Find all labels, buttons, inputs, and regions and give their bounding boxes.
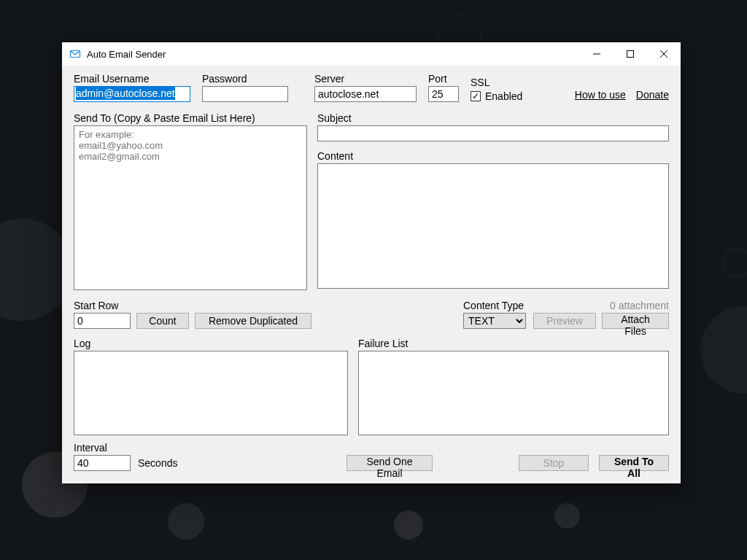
background-circle	[554, 503, 580, 529]
preview-button[interactable]: Preview	[533, 313, 596, 329]
how-to-use-link[interactable]: How to use	[575, 89, 626, 101]
count-button[interactable]: Count	[136, 313, 189, 329]
content-type-label: Content Type	[463, 300, 526, 311]
log-label: Log	[74, 338, 348, 349]
remove-duplicated-button[interactable]: Remove Duplicated	[195, 313, 311, 329]
failure-list-label: Failure List	[358, 338, 669, 349]
content-textarea[interactable]	[317, 163, 669, 289]
background-circle	[700, 306, 747, 394]
password-label: Password	[202, 73, 288, 85]
attach-files-button[interactable]: Attach Files	[602, 313, 669, 329]
content-label: Content	[317, 150, 669, 162]
attachment-count: 0 attachment	[533, 300, 669, 311]
donate-link[interactable]: Donate	[636, 89, 669, 101]
stop-button[interactable]: Stop	[519, 455, 589, 471]
username-input[interactable]: admin@autoclose.net	[76, 87, 175, 100]
subject-input[interactable]	[317, 125, 669, 141]
send-to-label: Send To (Copy & Paste Email List Here)	[74, 112, 307, 124]
app-window: Auto Email Sender Email Username admin@a…	[62, 42, 681, 483]
ssl-checkbox[interactable]: ✓ Enabled	[471, 90, 522, 102]
failure-list-textarea[interactable]	[358, 351, 669, 435]
server-label: Server	[314, 73, 417, 85]
server-input[interactable]	[314, 86, 417, 102]
port-input[interactable]	[428, 86, 459, 102]
send-to-all-button[interactable]: Send To All	[599, 455, 669, 471]
client-area: Email Username admin@autoclose.net Passw…	[62, 66, 681, 483]
log-textarea[interactable]	[74, 351, 348, 435]
interval-input[interactable]	[74, 455, 131, 471]
ssl-checkbox-label: Enabled	[485, 90, 522, 102]
interval-label: Interval	[74, 442, 177, 454]
start-row-input[interactable]	[74, 313, 131, 329]
port-label: Port	[428, 73, 459, 85]
background-circle	[394, 510, 423, 540]
minimize-button[interactable]	[580, 43, 614, 66]
background-circle	[722, 248, 747, 277]
subject-label: Subject	[317, 112, 669, 124]
checkbox-icon: ✓	[471, 91, 481, 101]
close-button[interactable]	[647, 43, 681, 66]
send-to-textarea[interactable]	[74, 125, 307, 290]
ssl-label: SSL	[471, 77, 522, 88]
send-one-email-button[interactable]: Send One Email	[347, 455, 433, 471]
background-circle	[168, 503, 204, 540]
mail-icon	[69, 48, 81, 60]
content-type-select[interactable]: TEXT	[463, 313, 526, 329]
titlebar: Auto Email Sender	[62, 42, 681, 66]
interval-unit: Seconds	[138, 457, 177, 469]
maximize-button[interactable]	[614, 43, 647, 66]
window-title: Auto Email Sender	[87, 49, 166, 60]
start-row-label: Start Row	[74, 300, 311, 311]
svg-rect-2	[627, 51, 634, 58]
password-input[interactable]	[202, 86, 288, 102]
username-label: Email Username	[74, 73, 190, 85]
